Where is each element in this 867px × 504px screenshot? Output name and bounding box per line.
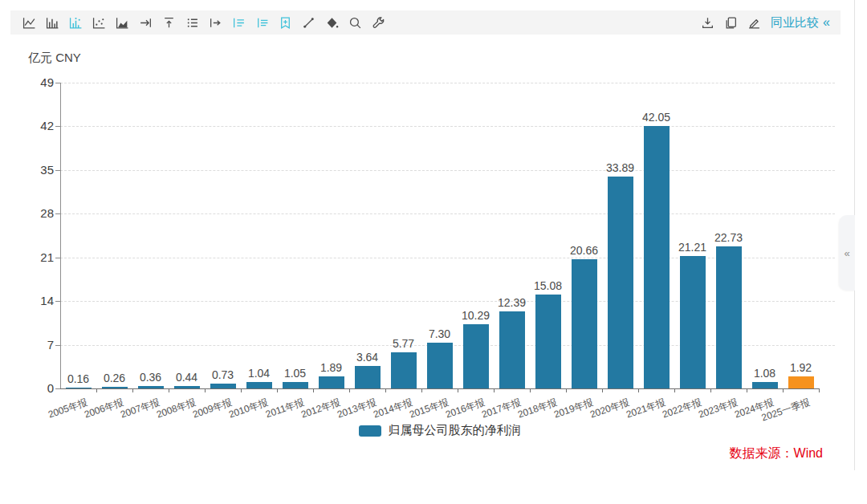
bar-value-label: 0.16 <box>67 372 89 385</box>
bar <box>572 259 597 388</box>
x-axis-tick <box>458 388 458 392</box>
bar <box>499 311 525 388</box>
chart-legend[interactable]: 归属母公司股东的净利润 <box>60 423 819 438</box>
x-axis-tick <box>313 388 314 392</box>
bar-value-label: 7.30 <box>429 327 450 340</box>
x-axis-tick <box>385 388 386 392</box>
x-axis-line <box>60 388 819 389</box>
list-indent-icon[interactable] <box>254 15 269 30</box>
side-panel-collapse-tab[interactable]: « <box>839 215 855 291</box>
peer-comparison-link[interactable]: 同业比较 « <box>771 15 829 30</box>
upload-icon[interactable] <box>161 15 176 30</box>
bar-value-label: 20.66 <box>570 244 598 257</box>
bar <box>427 343 453 388</box>
x-axis-tick <box>783 388 784 392</box>
y-axis-tick-label: 42 <box>22 119 54 132</box>
bar-value-label: 22.73 <box>714 231 743 244</box>
bar-value-label: 0.26 <box>104 372 125 384</box>
trendline-icon[interactable] <box>301 15 315 30</box>
line-chart-icon[interactable] <box>22 15 36 30</box>
bar <box>355 366 381 388</box>
chart-widget: 同业比较 « 亿元 CNY 071421283542490.162005年报0.… <box>0 0 867 504</box>
bar <box>716 246 742 388</box>
x-axis-tick <box>638 388 639 392</box>
area-chart-icon[interactable] <box>115 15 129 30</box>
x-axis-tick <box>602 388 603 392</box>
y-gridline <box>60 170 835 171</box>
y-axis-tick-label: 28 <box>22 206 54 220</box>
bookmark-add-icon[interactable] <box>278 15 292 30</box>
bar-value-label: 5.77 <box>393 337 414 350</box>
bar <box>463 324 489 388</box>
x-axis-tick <box>710 388 711 392</box>
y-axis-tick-label: 21 <box>22 250 54 264</box>
peer-comparison-label: 同业比较 <box>771 15 819 30</box>
column-dots-chart-icon[interactable] <box>68 15 83 30</box>
x-axis-tick <box>530 388 531 392</box>
bar <box>788 376 814 388</box>
x-axis-tick <box>205 388 206 392</box>
bar <box>644 126 670 388</box>
column-chart-icon[interactable] <box>45 15 59 30</box>
x-axis-tick <box>132 388 133 392</box>
bar-value-label: 1.04 <box>248 367 270 380</box>
y-axis-tick-label: 35 <box>22 163 54 177</box>
bar-value-label: 21.21 <box>678 241 706 254</box>
bar <box>283 382 308 388</box>
download-icon[interactable] <box>700 15 714 30</box>
bar-value-label: 10.29 <box>462 309 490 322</box>
y-axis-unit-label: 亿元 CNY <box>28 51 81 66</box>
x-axis-tick <box>674 388 675 392</box>
y-axis-tick-label: 49 <box>22 75 54 89</box>
bar-value-label: 0.73 <box>212 368 234 381</box>
zoom-search-icon[interactable] <box>348 15 362 30</box>
legend-marker-icon <box>359 425 381 437</box>
data-source-label: 数据来源：Wind <box>730 445 823 462</box>
bar <box>66 388 92 389</box>
x-axis-tick <box>819 388 820 392</box>
bar-value-label: 1.89 <box>320 361 342 374</box>
fill-color-icon[interactable] <box>324 15 339 30</box>
bar <box>210 384 236 388</box>
x-axis-tick <box>349 388 350 392</box>
bar <box>138 386 164 388</box>
scatter-chart-icon[interactable] <box>92 15 106 30</box>
indent-list-icon[interactable] <box>185 15 199 30</box>
bar <box>319 376 344 388</box>
collapse-left-icon: « <box>823 15 829 30</box>
chart-toolbar: 同业比较 « <box>10 10 841 35</box>
x-axis-tick <box>96 388 97 392</box>
copy-icon[interactable] <box>723 15 738 30</box>
x-axis-tick <box>241 388 242 392</box>
collapse-chevron-icon: « <box>844 247 849 259</box>
bar-value-label: 1.92 <box>790 361 812 374</box>
bar <box>391 352 417 388</box>
y-axis-tick-label: 7 <box>22 338 54 352</box>
bar-value-label: 1.05 <box>284 367 306 380</box>
x-axis-tick <box>747 388 747 392</box>
bar <box>246 382 272 388</box>
list-left-icon[interactable] <box>231 15 246 30</box>
y-gridline <box>60 83 835 83</box>
bar <box>752 382 778 388</box>
x-axis-tick <box>277 388 278 392</box>
bar-value-label: 3.64 <box>356 351 378 364</box>
wrench-icon[interactable] <box>371 15 385 30</box>
bar-value-label: 33.89 <box>606 161 634 174</box>
move-right-icon[interactable] <box>138 15 153 30</box>
bar-value-label: 1.08 <box>754 367 775 380</box>
bar-value-label: 15.08 <box>534 279 562 292</box>
step-into-icon[interactable] <box>208 15 222 30</box>
y-axis-tick-label: 0 <box>22 381 54 395</box>
bar <box>680 256 706 388</box>
legend-label: 归属母公司股东的净利润 <box>389 423 521 438</box>
x-axis-tick <box>494 388 495 392</box>
bar-value-label: 42.05 <box>642 111 670 124</box>
x-axis-tick <box>169 388 169 392</box>
y-axis-line <box>60 83 61 388</box>
x-axis-tick <box>421 388 422 392</box>
bar-value-label: 0.36 <box>140 371 161 384</box>
edit-chart-icon[interactable] <box>747 15 761 30</box>
bar <box>608 177 633 388</box>
y-axis-tick-label: 14 <box>22 294 54 307</box>
